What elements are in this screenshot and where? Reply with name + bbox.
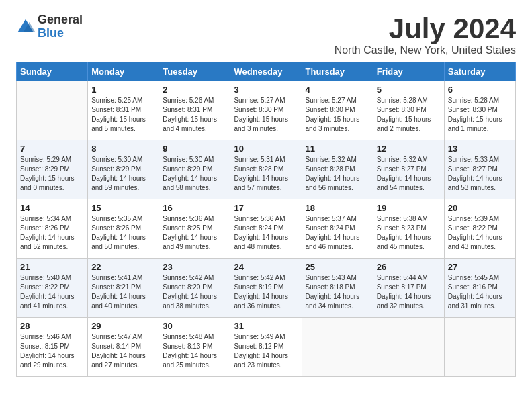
day-number: 20 (448, 203, 512, 213)
day-content: Sunrise: 5:43 AM Sunset: 8:18 PM Dayligh… (306, 273, 369, 311)
day-content: Sunrise: 5:28 AM Sunset: 8:30 PM Dayligh… (448, 96, 512, 134)
calendar-cell: 23Sunrise: 5:42 AM Sunset: 8:20 PM Dayli… (159, 259, 230, 318)
day-content: Sunrise: 5:45 AM Sunset: 8:16 PM Dayligh… (448, 273, 512, 311)
day-number: 29 (91, 321, 155, 331)
day-content: Sunrise: 5:48 AM Sunset: 8:13 PM Dayligh… (163, 332, 226, 370)
day-number: 17 (234, 203, 298, 213)
day-number: 10 (234, 144, 298, 154)
day-content: Sunrise: 5:36 AM Sunset: 8:25 PM Dayligh… (163, 214, 226, 252)
day-number: 28 (20, 321, 84, 331)
day-content: Sunrise: 5:32 AM Sunset: 8:27 PM Dayligh… (377, 155, 441, 193)
calendar-cell (17, 81, 88, 140)
calendar-cell: 1Sunrise: 5:25 AM Sunset: 8:31 PM Daylig… (88, 81, 159, 140)
day-number: 5 (377, 85, 441, 95)
calendar-cell: 31Sunrise: 5:49 AM Sunset: 8:12 PM Dayli… (230, 318, 302, 377)
weekday-header-sunday: Sunday (17, 62, 88, 81)
day-number: 12 (377, 144, 441, 154)
day-number: 3 (234, 85, 298, 95)
day-number: 15 (91, 203, 155, 213)
calendar-cell: 18Sunrise: 5:37 AM Sunset: 8:24 PM Dayli… (302, 199, 373, 259)
weekday-header-monday: Monday (88, 62, 159, 81)
day-content: Sunrise: 5:33 AM Sunset: 8:27 PM Dayligh… (448, 155, 512, 193)
day-content: Sunrise: 5:41 AM Sunset: 8:21 PM Dayligh… (91, 273, 155, 311)
day-number: 19 (377, 203, 441, 213)
calendar-cell: 21Sunrise: 5:40 AM Sunset: 8:22 PM Dayli… (17, 259, 88, 318)
weekday-header-saturday: Saturday (444, 62, 515, 81)
calendar-cell (302, 318, 373, 377)
day-content: Sunrise: 5:34 AM Sunset: 8:26 PM Dayligh… (20, 214, 84, 252)
day-content: Sunrise: 5:32 AM Sunset: 8:28 PM Dayligh… (306, 155, 369, 193)
calendar-table: SundayMondayTuesdayWednesdayThursdayFrid… (16, 62, 516, 377)
day-content: Sunrise: 5:25 AM Sunset: 8:31 PM Dayligh… (91, 96, 155, 134)
calendar-cell: 7Sunrise: 5:29 AM Sunset: 8:29 PM Daylig… (17, 140, 88, 199)
calendar-week-row: 7Sunrise: 5:29 AM Sunset: 8:29 PM Daylig… (17, 140, 516, 199)
day-content: Sunrise: 5:38 AM Sunset: 8:23 PM Dayligh… (377, 214, 441, 252)
day-content: Sunrise: 5:44 AM Sunset: 8:17 PM Dayligh… (377, 273, 441, 311)
day-content: Sunrise: 5:36 AM Sunset: 8:24 PM Dayligh… (234, 214, 298, 252)
day-number: 9 (163, 144, 226, 154)
calendar-cell: 27Sunrise: 5:45 AM Sunset: 8:16 PM Dayli… (444, 259, 515, 318)
calendar-week-row: 28Sunrise: 5:46 AM Sunset: 8:15 PM Dayli… (17, 318, 516, 377)
day-content: Sunrise: 5:35 AM Sunset: 8:26 PM Dayligh… (91, 214, 155, 252)
calendar-cell: 29Sunrise: 5:47 AM Sunset: 8:14 PM Dayli… (88, 318, 159, 377)
weekday-header-thursday: Thursday (302, 62, 373, 81)
day-number: 18 (306, 203, 369, 213)
day-content: Sunrise: 5:30 AM Sunset: 8:29 PM Dayligh… (91, 155, 155, 193)
calendar-cell: 13Sunrise: 5:33 AM Sunset: 8:27 PM Dayli… (444, 140, 515, 199)
day-content: Sunrise: 5:42 AM Sunset: 8:20 PM Dayligh… (163, 273, 226, 311)
day-number: 16 (163, 203, 226, 213)
calendar-cell: 22Sunrise: 5:41 AM Sunset: 8:21 PM Dayli… (88, 259, 159, 318)
logo-icon (16, 17, 35, 36)
calendar-cell: 10Sunrise: 5:31 AM Sunset: 8:28 PM Dayli… (230, 140, 302, 199)
calendar-cell: 24Sunrise: 5:42 AM Sunset: 8:19 PM Dayli… (230, 259, 302, 318)
day-content: Sunrise: 5:42 AM Sunset: 8:19 PM Dayligh… (234, 273, 298, 311)
calendar-cell: 28Sunrise: 5:46 AM Sunset: 8:15 PM Dayli… (17, 318, 88, 377)
day-number: 24 (234, 262, 298, 272)
calendar-cell: 16Sunrise: 5:36 AM Sunset: 8:25 PM Dayli… (159, 199, 230, 259)
day-number: 4 (306, 85, 369, 95)
calendar-cell: 5Sunrise: 5:28 AM Sunset: 8:30 PM Daylig… (373, 81, 444, 140)
day-content: Sunrise: 5:39 AM Sunset: 8:22 PM Dayligh… (448, 214, 512, 252)
logo-general: General (38, 13, 83, 26)
weekday-header-row: SundayMondayTuesdayWednesdayThursdayFrid… (17, 62, 516, 81)
day-content: Sunrise: 5:49 AM Sunset: 8:12 PM Dayligh… (234, 332, 298, 370)
day-content: Sunrise: 5:37 AM Sunset: 8:24 PM Dayligh… (306, 214, 369, 252)
weekday-header-tuesday: Tuesday (159, 62, 230, 81)
day-content: Sunrise: 5:47 AM Sunset: 8:14 PM Dayligh… (91, 332, 155, 370)
day-number: 26 (377, 262, 441, 272)
day-number: 22 (91, 262, 155, 272)
day-number: 1 (91, 85, 155, 95)
calendar-cell (373, 318, 444, 377)
calendar-cell: 9Sunrise: 5:30 AM Sunset: 8:29 PM Daylig… (159, 140, 230, 199)
day-number: 6 (448, 85, 512, 95)
day-content: Sunrise: 5:27 AM Sunset: 8:30 PM Dayligh… (306, 96, 369, 134)
calendar-cell: 15Sunrise: 5:35 AM Sunset: 8:26 PM Dayli… (88, 199, 159, 259)
weekday-header-wednesday: Wednesday (230, 62, 302, 81)
calendar-cell: 11Sunrise: 5:32 AM Sunset: 8:28 PM Dayli… (302, 140, 373, 199)
day-content: Sunrise: 5:31 AM Sunset: 8:28 PM Dayligh… (234, 155, 298, 193)
day-number: 23 (163, 262, 226, 272)
calendar-cell: 8Sunrise: 5:30 AM Sunset: 8:29 PM Daylig… (88, 140, 159, 199)
calendar-week-row: 21Sunrise: 5:40 AM Sunset: 8:22 PM Dayli… (17, 259, 516, 318)
day-number: 31 (234, 321, 298, 331)
day-number: 11 (306, 144, 369, 154)
calendar-cell: 17Sunrise: 5:36 AM Sunset: 8:24 PM Dayli… (230, 199, 302, 259)
calendar-cell (444, 318, 515, 377)
day-number: 8 (91, 144, 155, 154)
day-number: 7 (20, 144, 84, 154)
day-content: Sunrise: 5:28 AM Sunset: 8:30 PM Dayligh… (377, 96, 441, 134)
weekday-header-friday: Friday (373, 62, 444, 81)
calendar-week-row: 1Sunrise: 5:25 AM Sunset: 8:31 PM Daylig… (17, 81, 516, 140)
day-content: Sunrise: 5:26 AM Sunset: 8:31 PM Dayligh… (163, 96, 226, 134)
day-number: 13 (448, 144, 512, 154)
day-number: 14 (20, 203, 84, 213)
calendar-cell: 25Sunrise: 5:43 AM Sunset: 8:18 PM Dayli… (302, 259, 373, 318)
calendar-cell: 2Sunrise: 5:26 AM Sunset: 8:31 PM Daylig… (159, 81, 230, 140)
calendar-week-row: 14Sunrise: 5:34 AM Sunset: 8:26 PM Dayli… (17, 199, 516, 259)
day-number: 27 (448, 262, 512, 272)
day-content: Sunrise: 5:27 AM Sunset: 8:30 PM Dayligh… (234, 96, 298, 134)
day-content: Sunrise: 5:29 AM Sunset: 8:29 PM Dayligh… (20, 155, 84, 193)
calendar-cell: 4Sunrise: 5:27 AM Sunset: 8:30 PM Daylig… (302, 81, 373, 140)
calendar-cell: 26Sunrise: 5:44 AM Sunset: 8:17 PM Dayli… (373, 259, 444, 318)
calendar-cell: 6Sunrise: 5:28 AM Sunset: 8:30 PM Daylig… (444, 81, 515, 140)
